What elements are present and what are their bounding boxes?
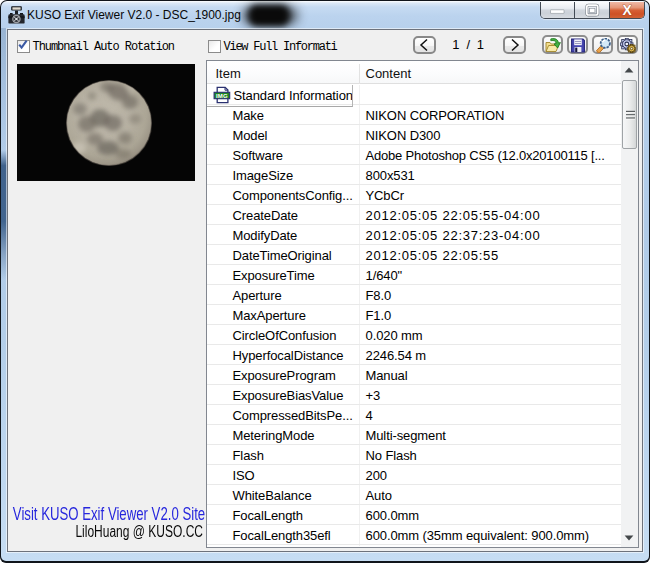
svg-text:X: X — [622, 3, 632, 18]
